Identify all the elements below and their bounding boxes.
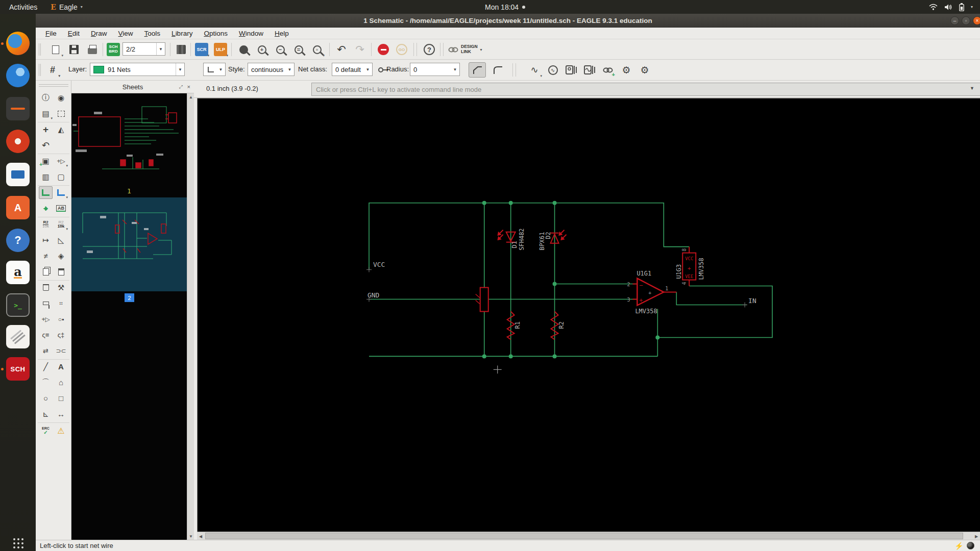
miter-style-1-button[interactable] [469, 62, 486, 78]
pinswap-tool[interactable]: ▥ [39, 170, 53, 183]
package-swap-tool[interactable]: ○▪ [54, 313, 68, 325]
ubuntu-software-icon[interactable]: A [6, 196, 30, 219]
group-edit-tool[interactable]: ⠶ [54, 297, 68, 310]
display-layers-tool[interactable]: ▤▾ [39, 107, 53, 120]
clock-menu[interactable]: Mon 18:04 [485, 3, 525, 11]
close-button[interactable]: × [973, 16, 980, 25]
menu-draw[interactable]: Draw [85, 29, 113, 38]
simulate-settings-button[interactable] [582, 62, 597, 78]
value-tool[interactable]: R210k▾ [54, 218, 68, 231]
mirror-tool[interactable]: ◭ [54, 123, 68, 136]
scroll-down-arrow[interactable]: ▼ [187, 533, 194, 540]
sync-globe-icon[interactable] [967, 542, 974, 549]
scroll-up-arrow[interactable]: ▲ [187, 93, 194, 101]
menu-options[interactable]: Options [198, 29, 233, 38]
zoom-select-button[interactable]: ▫▾ [309, 42, 325, 57]
menu-file[interactable]: File [40, 29, 62, 38]
help-button[interactable]: ? [422, 42, 437, 57]
group-tool[interactable] [54, 107, 68, 120]
grid-button[interactable]: #▾ [45, 62, 60, 78]
help-icon[interactable]: ? [6, 229, 30, 252]
window-titlebar[interactable]: 1 Schematic - /home/amal/EAGLE/projects/… [36, 14, 980, 28]
attribute-tool[interactable]: ◈ [54, 249, 68, 262]
terminal-icon[interactable]: >_ [6, 293, 30, 317]
menu-tools[interactable]: Tools [139, 29, 166, 38]
writer-icon[interactable] [6, 163, 30, 186]
erc-errors-tool[interactable]: ⚠ [54, 424, 68, 437]
stop-button[interactable] [376, 42, 391, 57]
optimize-tool[interactable]: ⊃⊂ [54, 344, 68, 357]
polygon-knife-tool[interactable]: ◺ [54, 234, 68, 246]
canvas-hscrollbar[interactable]: ◀ ▶ [197, 532, 980, 540]
command-line-input[interactable] [311, 83, 980, 96]
junction-tool[interactable]: + [39, 202, 53, 215]
line-tool[interactable]: ╱ [39, 360, 53, 373]
palette-grip[interactable] [39, 84, 68, 87]
files-icon[interactable] [6, 97, 30, 120]
undock-icon[interactable]: ⤢ [179, 84, 183, 90]
invoke-gate-tool[interactable]: +▷▾ [54, 155, 68, 167]
print-button[interactable] [85, 42, 100, 57]
menu-help[interactable]: Help [269, 29, 295, 38]
amazon-icon[interactable]: a [6, 261, 30, 284]
copy-tool[interactable] [39, 265, 53, 278]
sheets-scrollbar[interactable]: ▲ ▼ [187, 93, 194, 540]
paint-tool[interactable] [39, 297, 53, 310]
board-switch-button[interactable]: SCHBRD [106, 42, 121, 57]
net-class-dropdown[interactable]: 0 default▼ [332, 63, 373, 76]
undo-button[interactable]: ↶ [334, 42, 349, 57]
text-tool[interactable]: A [54, 360, 68, 373]
run-ulp-button[interactable]: ULP▾ [213, 42, 228, 57]
replace-tool[interactable]: ▢ [54, 170, 68, 183]
show-applications-icon[interactable] [6, 531, 30, 551]
zoom-in-button[interactable]: + [254, 42, 270, 57]
dimension-tool[interactable]: ⊾ [39, 408, 53, 420]
redo-button[interactable]: ↷ [352, 42, 368, 57]
system-tray[interactable]: ▾ [929, 3, 973, 11]
measure-tool[interactable]: ↔ [54, 408, 68, 420]
arc-tool[interactable]: ⌒ [39, 376, 53, 389]
function-source-button[interactable]: ∿ [545, 62, 560, 78]
eagle-sch-icon[interactable]: SCH [6, 357, 30, 381]
delete-tool[interactable] [39, 281, 53, 294]
simulate-button[interactable] [564, 62, 579, 78]
thunderbird-icon[interactable] [6, 64, 30, 87]
circle-tool[interactable]: ○ [39, 392, 53, 405]
rotate-tool[interactable]: ↶ [39, 139, 53, 152]
activities-button[interactable]: Activities [0, 3, 46, 11]
command-history-arrow[interactable]: ▼ [970, 86, 974, 91]
change-tool[interactable]: ⚒ [54, 281, 68, 294]
split-tool[interactable]: ⇄ [39, 344, 53, 357]
sheet-1-thumbnail[interactable]: 1 [71, 93, 187, 197]
sheet-2-thumbnail-selected[interactable] [71, 197, 187, 291]
info-tool[interactable]: ⓘ [39, 91, 53, 104]
save-button[interactable] [66, 42, 82, 57]
panel-close-icon[interactable]: × [187, 84, 190, 90]
net-tool[interactable] [39, 186, 53, 199]
show-tool[interactable]: ◉ [54, 91, 68, 104]
add-link-button[interactable]: + [600, 62, 616, 78]
zoom-out-button[interactable]: − [273, 42, 288, 57]
sheets-panel-header[interactable]: Sheets ⤢ × [71, 81, 194, 93]
maximize-button[interactable]: ▫ [962, 16, 970, 25]
bus-tool[interactable]: ▾ [54, 186, 68, 199]
name-tool[interactable]: R210k [39, 218, 53, 231]
library-button[interactable] [174, 42, 189, 57]
run-script-button[interactable]: SCR▾ [194, 42, 209, 57]
open-new-button[interactable]: ▾ [48, 42, 63, 57]
text-editor-icon[interactable] [6, 325, 30, 348]
crossref-part-tool[interactable]: ς‡ [54, 329, 68, 341]
ripup-tool[interactable]: ≠ [39, 249, 53, 262]
preferences-gear-button[interactable]: ⚙ [637, 62, 652, 78]
menu-library[interactable]: Library [166, 29, 198, 38]
polygon-tool[interactable]: ⌂ [54, 376, 68, 389]
toolbar-grip[interactable] [39, 43, 41, 56]
go-button[interactable]: GO [394, 42, 409, 57]
minimize-button[interactable]: – [950, 16, 959, 25]
firefox-icon[interactable] [6, 32, 30, 55]
toolbar-grip[interactable] [39, 64, 41, 76]
move-tool[interactable]: + [39, 123, 53, 136]
app-menu[interactable]: E Eagle ▾ [46, 3, 87, 11]
rhythmbox-icon[interactable] [6, 130, 30, 153]
miter-style-2-button[interactable] [489, 62, 506, 78]
